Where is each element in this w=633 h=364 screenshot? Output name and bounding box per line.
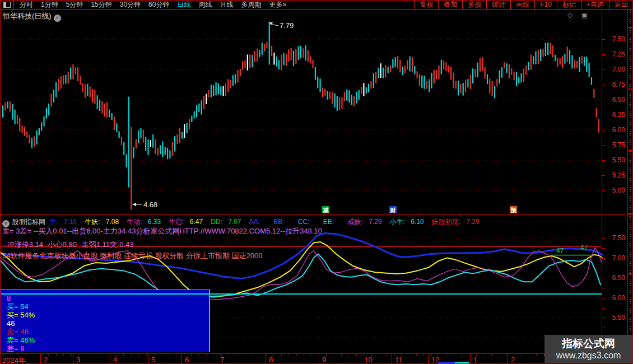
axis-label: 5.00 xyxy=(603,186,625,194)
period-item-11[interactable]: 更多» xyxy=(269,1,286,9)
period-item-2[interactable]: 1分钟 xyxy=(41,1,58,9)
month-label: 2 xyxy=(44,356,48,364)
axis-label: 5.50 xyxy=(603,314,625,321)
indicator-field-10: 成妖: 7.29 xyxy=(348,218,386,226)
indicator-field-5: DD: 7.07 xyxy=(211,218,245,226)
info-box-row-4: 46 xyxy=(7,319,209,328)
month-label: 11 xyxy=(395,356,403,364)
indicator-field-3: 牛动: 6.33 xyxy=(127,218,165,226)
axis-label: 7.00 xyxy=(603,254,625,262)
page-title[interactable]: 恒华科技(日线)˅ xyxy=(3,11,61,22)
app-window: 分时1分钟5分钟15分钟30分钟60分钟日线周线月线多周期更多» 复权叠加多股统… xyxy=(0,0,633,364)
svg-text:7.79: 7.79 xyxy=(280,21,294,30)
action-item-7[interactable]: 标记 xyxy=(557,1,581,9)
axis-label: 7.00 xyxy=(603,66,625,73)
axis-label: 7.25 xyxy=(603,50,625,58)
month-label: 6 xyxy=(185,356,189,364)
indicator-field-4: 牛启: 6.47 xyxy=(169,218,207,226)
action-item-5[interactable]: 画线 xyxy=(510,1,534,9)
month-label: 4 xyxy=(113,356,117,364)
axis-label: 7.50 xyxy=(603,35,625,43)
month-label: 1 xyxy=(473,356,477,364)
site-watermark: 指标公式网 www.zbgs3.com xyxy=(544,335,632,363)
indicator-field-12: 妖股初现: 7.29 xyxy=(432,218,483,226)
axis-label: 6.50 xyxy=(603,96,625,104)
indicator-text-line4: 54软件服务北京板块微小盘股 微利股 连续亏损 股权分散 分拆上市预期 国证20… xyxy=(2,251,262,261)
indicator-text-line2: 卖= 3差= --买入0.01--出货6.00-主力34.43分析家公式网HTT… xyxy=(2,226,322,236)
period-item-3[interactable]: 5分钟 xyxy=(66,1,83,9)
period-item-10[interactable]: 多周期 xyxy=(241,1,261,9)
info-box-row-3: 买= 54% xyxy=(7,311,209,319)
support-level-line xyxy=(1,293,602,295)
indicator-field-1: 牛: 7.16 xyxy=(49,218,81,226)
info-box-row-1: 8 xyxy=(7,294,209,302)
info-box-row-6: 卖= 46% xyxy=(7,336,209,344)
watermark-title: 指标公式网 xyxy=(562,338,615,350)
axis-label: 6.00 xyxy=(603,294,625,302)
month-label: 2 xyxy=(511,356,515,364)
month-label: 9 xyxy=(322,356,326,364)
month-label: 7 xyxy=(220,356,224,364)
action-item-8[interactable]: +自选 xyxy=(581,1,609,9)
info-box-row-2: 买= 54 xyxy=(7,302,209,311)
axis-label: 6.25 xyxy=(603,111,625,119)
svg-text:47: 47 xyxy=(556,247,564,255)
month-label: 2024年 xyxy=(2,356,26,364)
indicator-header: ˅股朋指标网牛: 7.16牛妖: 7.08牛动: 6.33牛启: 6.47DD:… xyxy=(2,217,487,225)
indicator-text-line3: --冲涨停3.14--小心0.80--走弱1.11突-0.43 xyxy=(2,240,134,250)
title-row: 恒华科技(日线)˅ ◇ ▣ xyxy=(0,10,633,21)
period-item-9[interactable]: 月线 xyxy=(220,1,233,9)
action-item-1[interactable]: 复权 xyxy=(414,1,438,9)
axis-label: 6.50 xyxy=(603,274,625,282)
period-menu: 分时1分钟5分钟15分钟30分钟60分钟日线周线月线多周期更多» xyxy=(14,1,414,9)
axis-label: 6.00 xyxy=(603,126,625,134)
indicator-value-box: 8买= 54买= 54%46卖= 46卖= 46%差= 8 xyxy=(1,290,210,352)
action-item-4[interactable]: 统计 xyxy=(486,1,510,9)
indicator-field-2: 牛妖: 7.08 xyxy=(85,218,123,226)
month-label: 10 xyxy=(364,356,372,364)
period-item-4[interactable]: 15分钟 xyxy=(91,1,111,9)
watermark-url: www.zbgs3.com xyxy=(556,350,621,361)
month-label: 8 xyxy=(269,356,273,364)
stock-title-text: 恒华科技(日线) xyxy=(3,12,52,20)
action-item-9[interactable]: 返回 xyxy=(609,1,633,9)
indicator-field-9: EE: xyxy=(323,218,344,226)
right-scroll-strip[interactable] xyxy=(628,10,632,353)
svg-text:财: 财 xyxy=(390,207,396,213)
indicator-field-6: AA: xyxy=(249,218,269,226)
indicator-name[interactable]: 股朋指标网 xyxy=(12,218,45,226)
axis-label: 6.75 xyxy=(603,81,625,88)
top-toolbar: 分时1分钟5分钟15分钟30分钟60分钟日线周线月线多周期更多» 复权叠加多股统… xyxy=(0,0,633,10)
action-item-3[interactable]: 多股 xyxy=(462,1,486,9)
axis-label: 5.50 xyxy=(603,156,625,164)
action-item-2[interactable]: 叠加 xyxy=(438,1,462,9)
indicator-field-11: 小牛: 6.10 xyxy=(390,218,428,226)
period-item-6[interactable]: 60分钟 xyxy=(148,1,169,9)
window-split-icon[interactable] xyxy=(0,0,14,9)
month-label: 5 xyxy=(151,356,155,364)
svg-text:47: 47 xyxy=(580,244,588,251)
month-label: 3 xyxy=(76,356,80,364)
action-menu: 复权叠加多股统计画线F10标记+自选返回 xyxy=(414,0,633,9)
indicator-field-8: CC: xyxy=(298,218,319,226)
period-item-8[interactable]: 周线 xyxy=(198,1,212,9)
info-box-row-5: 卖= 46 xyxy=(7,328,209,336)
indicator-field-7: BB: xyxy=(273,218,294,226)
time-axis: 2024年2345678910111212 xyxy=(0,353,633,364)
action-item-6[interactable]: F10 xyxy=(534,1,557,9)
axis-label: 5.75 xyxy=(603,141,625,149)
chevron-down-icon[interactable]: ˅ xyxy=(54,15,61,22)
svg-text:预: 预 xyxy=(510,207,517,213)
svg-text:减: 减 xyxy=(323,207,329,213)
diamond-and-layout-icons[interactable]: ◇ ▣ xyxy=(567,11,591,19)
period-item-7[interactable]: 日线 xyxy=(177,1,190,9)
period-item-1[interactable]: 分时 xyxy=(20,1,33,9)
axis-label: 5.25 xyxy=(603,171,625,179)
svg-text:4.68: 4.68 xyxy=(143,200,157,209)
info-box-row-7: 差= 8 xyxy=(7,344,209,353)
axis-label: 7.50 xyxy=(603,234,625,242)
period-item-5[interactable]: 30分钟 xyxy=(120,1,141,9)
